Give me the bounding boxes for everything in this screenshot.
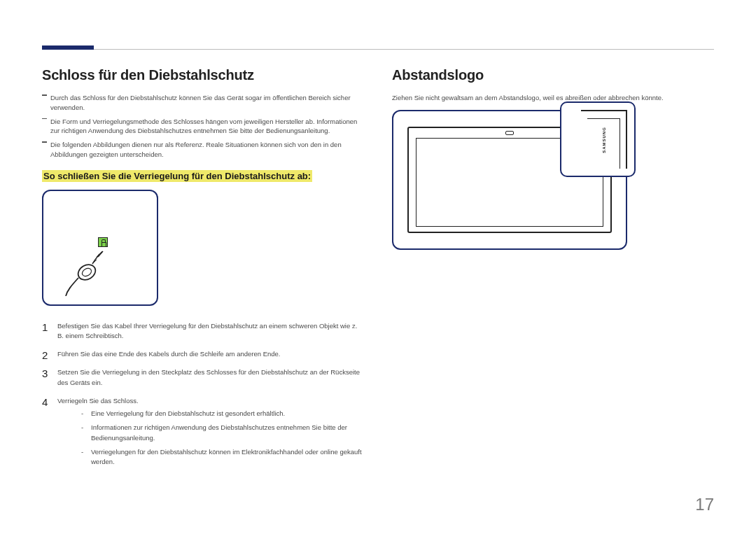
spacer-logo-warning: Ziehen Sie nicht gewaltsam an dem Abstan… bbox=[392, 93, 714, 103]
steps-list: Befestigen Sie das Kabel Ihrer Verriegel… bbox=[42, 321, 364, 468]
right-column: Abstandslogo Ziehen Sie nicht gewaltsam … bbox=[392, 67, 714, 475]
subheading-lock-procedure: So schließen Sie die Verriegelung für de… bbox=[42, 171, 364, 181]
note-line: Durch das Schloss für den Diebstahlschut… bbox=[42, 93, 364, 113]
samsung-logo: SAMSUNG bbox=[602, 127, 606, 153]
left-column: Schloss für den Diebstahlschutz Durch da… bbox=[42, 67, 364, 475]
sub-bullet: Verriegelungen für den Diebstahlschutz k… bbox=[73, 447, 364, 468]
lock-cable-icon bbox=[64, 247, 113, 296]
heading-spacer-logo: Abstandslogo bbox=[392, 67, 714, 83]
page-header-rule bbox=[42, 49, 714, 50]
step-text: Verriegeln Sie das Schloss. bbox=[57, 397, 139, 405]
heading-lock: Schloss für den Diebstahlschutz bbox=[42, 67, 364, 83]
kensington-slot-icon bbox=[98, 237, 108, 247]
sub-bullet: Informationen zur richtigen Anwendung de… bbox=[73, 423, 364, 443]
step-item: Führen Sie das eine Ende des Kabels durc… bbox=[42, 349, 364, 359]
note-line: Die folgenden Abbildungen dienen nur als… bbox=[42, 140, 364, 160]
page-number: 17 bbox=[695, 495, 714, 514]
step-item: Setzen Sie die Verriegelung in den Steck… bbox=[42, 367, 364, 388]
note-line: Die Form und Verriegelungsmethode des Sc… bbox=[42, 117, 364, 136]
device-corner-detail: SAMSUNG bbox=[581, 110, 627, 169]
step-item: Verriegeln Sie das Schloss. Eine Verrieg… bbox=[42, 396, 364, 468]
sub-bullet: Eine Verriegelung für den Diebstahlschut… bbox=[73, 409, 364, 419]
spacer-logo-illustration: SAMSUNG bbox=[392, 110, 627, 250]
spacer-logo-detail: SAMSUNG bbox=[560, 101, 636, 177]
lock-illustration bbox=[42, 190, 158, 306]
step-item: Befestigen Sie das Kabel Ihrer Verriegel… bbox=[42, 321, 364, 342]
